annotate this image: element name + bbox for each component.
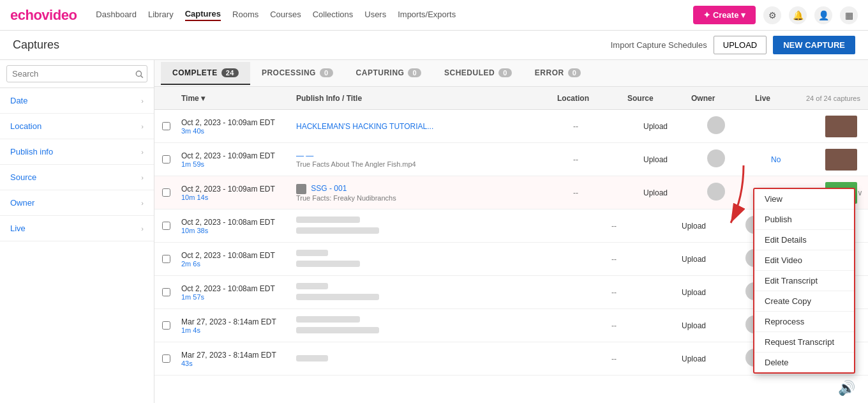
nav-dashboard[interactable]: Dashboard [96, 10, 137, 20]
row-checkbox[interactable] [162, 288, 170, 296]
context-menu-item-edit-details[interactable]: Edit Details [754, 230, 854, 250]
tab-error[interactable]: ERROR 0 [523, 62, 592, 85]
context-menu-item-edit-transcript[interactable]: Edit Transcript [754, 271, 854, 291]
blurred-publish-sub [296, 227, 379, 234]
row-location: -- [611, 288, 682, 297]
tab-complete[interactable]: COMPLETE 24 [161, 62, 250, 85]
sidebar-item-live[interactable]: Live › [0, 216, 154, 241]
row-location: -- [611, 321, 682, 330]
sidebar-item-publish-info-label: Publish info [10, 147, 53, 156]
row-source: Upload [643, 188, 707, 197]
blurred-publish-sub [296, 327, 379, 333]
row-location: -- [611, 354, 682, 363]
row-location: -- [611, 255, 682, 264]
chevron-right-icon: › [141, 199, 144, 207]
blurred-publish [296, 250, 328, 256]
context-menu-item-view[interactable]: View [754, 189, 854, 209]
upload-button[interactable]: UPLOAD [714, 36, 767, 54]
row-publish-title: HACKLEMAN'S HACKING TUTORIAL... [296, 122, 573, 131]
sidebar-item-owner[interactable]: Owner › [0, 190, 154, 216]
row-checkbox[interactable] [162, 188, 170, 197]
top-nav: echovideo Dashboard Library Captures Roo… [0, 0, 868, 31]
chevron-right-icon: › [141, 225, 144, 232]
context-menu-item-request-transcript[interactable]: Request Transcript [754, 332, 854, 353]
row-live: No [771, 155, 822, 164]
tab-scheduled[interactable]: SCHEDULED 0 [433, 62, 523, 85]
row-checkbox[interactable] [162, 255, 170, 263]
row-checkbox[interactable] [162, 222, 170, 230]
nav-courses[interactable]: Courses [270, 10, 301, 20]
context-menu-item-create-copy[interactable]: Create Copy [754, 291, 854, 312]
sidebar-item-date[interactable]: Date › [0, 88, 154, 114]
row-time: Oct 2, 2023 - 10:08am EDT [181, 218, 296, 227]
tab-capturing-count: 0 [408, 68, 421, 77]
publish-share-icon [296, 184, 306, 194]
tabs-bar: COMPLETE 24 PROCESSING 0 CAPTURING 0 SCH… [154, 60, 868, 87]
create-button[interactable]: ✦ Create ▾ [693, 6, 756, 24]
tab-processing[interactable]: PROCESSING 0 [250, 62, 345, 85]
tab-complete-label: COMPLETE [172, 68, 218, 77]
row-duration: 1m 4s [181, 326, 296, 334]
th-time[interactable]: Time ▾ [181, 94, 296, 103]
row-source: Upload [682, 288, 745, 297]
nav-imports[interactable]: Imports/Exports [398, 10, 456, 20]
chevron-right-icon: › [141, 123, 144, 130]
user-icon[interactable]: 👤 [814, 6, 832, 24]
import-capture-link[interactable]: Import Capture Schedules [611, 40, 707, 50]
th-location: Location [557, 94, 627, 103]
nav-collections[interactable]: Collections [313, 10, 354, 20]
sidebar-item-source-label: Source [10, 172, 36, 182]
avatar [707, 183, 725, 201]
context-menu-item-edit-video[interactable]: Edit Video [754, 250, 854, 271]
row-checkbox[interactable] [162, 354, 170, 363]
new-capture-button[interactable]: NEW CAPTURE [773, 36, 855, 54]
page-header: Captures Import Capture Schedules UPLOAD… [0, 31, 868, 60]
context-menu-item-reprocess[interactable]: Reprocess [754, 312, 854, 332]
chevron-down-icon[interactable]: ∨ [857, 188, 863, 197]
table-row: Oct 2, 2023 - 10:09am EDT 3m 40s HACKLEM… [154, 110, 868, 143]
row-location: -- [573, 188, 643, 197]
apps-icon[interactable]: ▦ [840, 6, 858, 24]
row-duration: 3m 40s [181, 127, 296, 135]
row-checkbox[interactable] [162, 122, 170, 130]
nav-users[interactable]: Users [364, 10, 386, 20]
context-menu-item-publish[interactable]: Publish [754, 209, 854, 230]
table-header: Time ▾ Publish Info / Title Location Sou… [154, 87, 868, 110]
blurred-publish [296, 316, 360, 323]
avatar [707, 149, 725, 167]
row-location: -- [573, 122, 643, 131]
chevron-right-icon: › [141, 148, 144, 156]
row-checkbox[interactable] [162, 155, 170, 163]
row-publish-sub: True Facts About The Angler Fish.mp4 [296, 160, 573, 168]
nav-library[interactable]: Library [148, 10, 174, 20]
nav-captures[interactable]: Captures [185, 9, 221, 21]
thumbnail [825, 116, 857, 137]
tab-processing-label: PROCESSING [262, 68, 316, 77]
row-time: Mar 27, 2023 - 8:14am EDT [181, 317, 296, 326]
table-row: Oct 2, 2023 - 10:09am EDT 1m 59s — — Tru… [154, 143, 868, 176]
notifications-icon[interactable]: 🔔 [789, 6, 807, 24]
sidebar-item-publish-info[interactable]: Publish info › [0, 139, 154, 165]
nav-rooms[interactable]: Rooms [232, 10, 258, 20]
row-location: -- [611, 222, 682, 231]
row-checkbox[interactable] [162, 321, 170, 330]
context-menu-item-delete[interactable]: Delete [754, 353, 854, 372]
tab-capturing[interactable]: CAPTURING 0 [345, 62, 433, 85]
context-menu: View Publish Edit Details Edit Video Edi… [753, 188, 855, 374]
tab-error-label: ERROR [535, 68, 564, 77]
chevron-right-icon: › [141, 97, 144, 105]
sidebar-item-source[interactable]: Source › [0, 165, 154, 190]
logo: echovideo [10, 7, 77, 24]
settings-icon[interactable]: ⚙ [763, 6, 781, 24]
volume-icon[interactable]: 🔊 [838, 380, 855, 397]
sidebar-item-location[interactable]: Location › [0, 114, 154, 139]
row-duration: 10m 38s [181, 227, 296, 234]
search-input[interactable] [6, 65, 147, 82]
page-title: Captures [13, 38, 59, 52]
row-publish-title: SSG - 001 [311, 184, 347, 193]
row-source: Upload [682, 255, 745, 264]
row-duration: 2m 6s [181, 260, 296, 268]
blurred-publish [296, 355, 328, 361]
logo-pink: video [41, 7, 77, 23]
svg-point-0 [136, 71, 141, 76]
